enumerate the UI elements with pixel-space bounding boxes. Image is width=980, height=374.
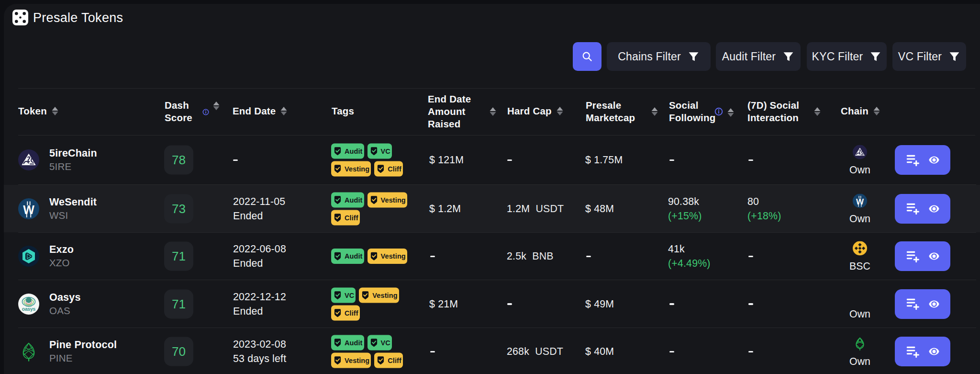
svg-text:oasys: oasys	[22, 306, 36, 311]
svg-text:W: W	[23, 203, 34, 216]
svg-text:W: W	[856, 197, 864, 206]
